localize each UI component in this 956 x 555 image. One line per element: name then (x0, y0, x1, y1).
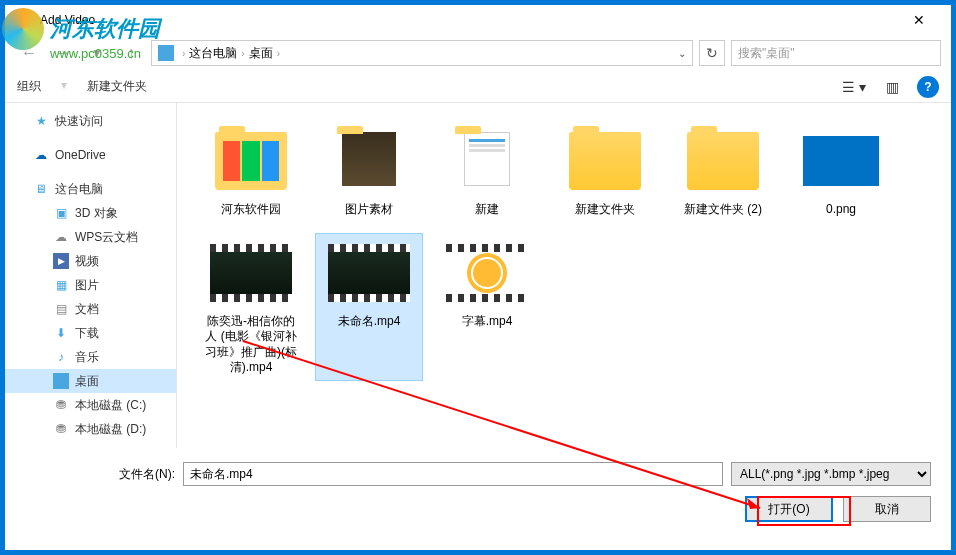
sidebar-item-label: 下载 (75, 325, 99, 342)
image-icon: ▦ (53, 277, 69, 293)
file-label: 河东软件园 (221, 202, 281, 218)
breadcrumb-icon (158, 45, 174, 61)
file-thumb (800, 126, 882, 196)
sidebar-item-label: 3D 对象 (75, 205, 118, 222)
up-button[interactable]: ▼ (83, 39, 111, 67)
sidebar-item-4[interactable]: ☁WPS云文档 (5, 225, 176, 249)
pc-icon: 🖥 (33, 181, 49, 197)
file-label: 新建文件夹 (2) (684, 202, 762, 218)
view-details-icon[interactable]: ▥ (879, 76, 905, 98)
filename-label: 文件名(N): (25, 466, 175, 483)
sidebar-item-label: 快速访问 (55, 113, 103, 130)
sidebar-item-label: 本地磁盘 (D:) (75, 421, 146, 438)
file-item[interactable]: 河东软件园 (197, 121, 305, 223)
video-icon: ▶ (53, 253, 69, 269)
titlebar: Add Video ✕ (5, 5, 951, 35)
music-icon: ♪ (53, 349, 69, 365)
sidebar-item-7[interactable]: ▤文档 (5, 297, 176, 321)
file-thumb (564, 126, 646, 196)
sidebar-item-label: OneDrive (55, 148, 106, 162)
file-thumb (328, 238, 410, 308)
search-input[interactable]: 搜索"桌面" (731, 40, 941, 66)
file-thumb (446, 126, 528, 196)
file-thumb (446, 238, 528, 308)
cancel-button[interactable]: 取消 (843, 496, 931, 522)
file-thumb (328, 126, 410, 196)
file-thumb (210, 238, 292, 308)
breadcrumb[interactable]: › 这台电脑 › 桌面 › ⌄ (151, 40, 693, 66)
sidebar-item-3[interactable]: ▣3D 对象 (5, 201, 176, 225)
sidebar-item-9[interactable]: ♪音乐 (5, 345, 176, 369)
dialog-footer: 文件名(N): ALL(*.png *.jpg *.bmp *.jpeg 打开(… (5, 448, 951, 536)
file-label: 字幕.mp4 (462, 314, 513, 330)
command-toolbar: 组织 ▾ 新建文件夹 ☰ ▾ ▥ ? (5, 71, 951, 103)
new-folder-button[interactable]: 新建文件夹 (87, 78, 147, 95)
file-label: 新建文件夹 (575, 202, 635, 218)
window-title: Add Video (15, 13, 896, 27)
sidebar-item-label: 桌面 (75, 373, 99, 390)
open-button[interactable]: 打开(O) (745, 496, 833, 522)
refresh-button[interactable]: ↻ (699, 40, 725, 66)
file-label: 图片素材 (345, 202, 393, 218)
sidebar-item-label: WPS云文档 (75, 229, 138, 246)
sidebar-item-label: 图片 (75, 277, 99, 294)
organize-menu[interactable]: 组织 (17, 78, 41, 95)
file-item[interactable]: 未命名.mp4 (315, 233, 423, 381)
sidebar-item-12[interactable]: ⛃本地磁盘 (D:) (5, 417, 176, 441)
breadcrumb-item[interactable]: 这台电脑 (189, 45, 237, 62)
disk-icon: ⛃ (53, 397, 69, 413)
sidebar-item-label: 本地磁盘 (C:) (75, 397, 146, 414)
sidebar-item-8[interactable]: ⬇下载 (5, 321, 176, 345)
file-item[interactable]: 0.png (787, 121, 895, 223)
nav-toolbar: ← → ▼ ↑ › 这台电脑 › 桌面 › ⌄ ↻ 搜索"桌面" (5, 35, 951, 71)
up-button[interactable]: ↑ (117, 39, 145, 67)
file-item[interactable]: 图片素材 (315, 121, 423, 223)
star-icon: ★ (33, 113, 49, 129)
sidebar-item-1[interactable]: ☁OneDrive (5, 143, 176, 167)
download-icon: ⬇ (53, 325, 69, 341)
file-dialog-window: Add Video ✕ ← → ▼ ↑ › 这台电脑 › 桌面 › ⌄ ↻ 搜索… (5, 5, 951, 550)
file-thumb (210, 126, 292, 196)
cloud-blue-icon: ☁ (33, 147, 49, 163)
sidebar-item-10[interactable]: 桌面 (5, 369, 176, 393)
sidebar-item-0[interactable]: ★快速访问 (5, 109, 176, 133)
disk-icon: ⛃ (53, 421, 69, 437)
file-label: 未命名.mp4 (338, 314, 401, 330)
sidebar-item-label: 视频 (75, 253, 99, 270)
file-item[interactable]: 陈奕迅-相信你的人 (电影《银河补习班》推广曲)(标清).mp4 (197, 233, 305, 381)
file-label: 陈奕迅-相信你的人 (电影《银河补习班》推广曲)(标清).mp4 (202, 314, 300, 376)
breadcrumb-item[interactable]: 桌面 (249, 45, 273, 62)
file-label: 0.png (826, 202, 856, 218)
sidebar-item-label: 音乐 (75, 349, 99, 366)
forward-button[interactable]: → (49, 39, 77, 67)
sidebar-item-label: 这台电脑 (55, 181, 103, 198)
file-label: 新建 (475, 202, 499, 218)
cloud-gray-icon: ☁ (53, 229, 69, 245)
sidebar-item-6[interactable]: ▦图片 (5, 273, 176, 297)
sidebar-item-label: 文档 (75, 301, 99, 318)
file-thumb (682, 126, 764, 196)
file-item[interactable]: 字幕.mp4 (433, 233, 541, 381)
sidebar-item-11[interactable]: ⛃本地磁盘 (C:) (5, 393, 176, 417)
file-item[interactable]: 新建文件夹 (551, 121, 659, 223)
file-item[interactable]: 新建文件夹 (2) (669, 121, 777, 223)
file-grid: 河东软件园图片素材新建新建文件夹新建文件夹 (2)0.png陈奕迅-相信你的人 … (177, 103, 951, 448)
view-large-icon[interactable]: ☰ ▾ (841, 76, 867, 98)
sidebar: ★快速访问☁OneDrive🖥这台电脑▣3D 对象☁WPS云文档▶视频▦图片▤文… (5, 103, 177, 448)
file-item[interactable]: 新建 (433, 121, 541, 223)
cube-icon: ▣ (53, 205, 69, 221)
breadcrumb-dropdown[interactable]: ⌄ (678, 48, 686, 59)
doc-icon: ▤ (53, 301, 69, 317)
back-button[interactable]: ← (15, 39, 43, 67)
help-button[interactable]: ? (917, 76, 939, 98)
desktop-icon (53, 373, 69, 389)
sidebar-item-2[interactable]: 🖥这台电脑 (5, 177, 176, 201)
close-button[interactable]: ✕ (896, 5, 941, 35)
filetype-select[interactable]: ALL(*.png *.jpg *.bmp *.jpeg (731, 462, 931, 486)
sidebar-item-5[interactable]: ▶视频 (5, 249, 176, 273)
filename-input[interactable] (183, 462, 723, 486)
